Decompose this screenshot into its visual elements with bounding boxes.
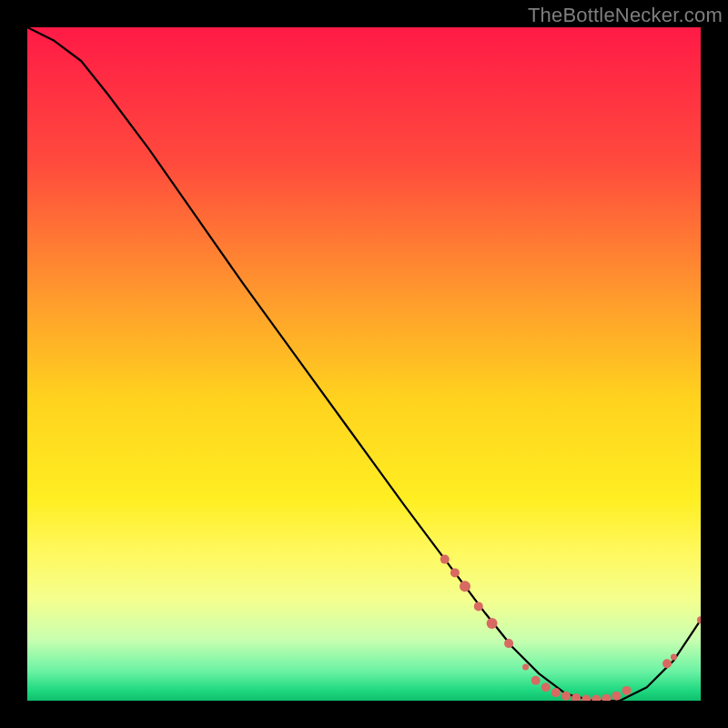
data-marker [531, 676, 541, 685]
data-marker [671, 653, 677, 660]
data-marker [450, 568, 460, 577]
data-marker [551, 688, 561, 697]
watermark-text: TheBottleNecker.com [528, 4, 723, 27]
data-marker [522, 664, 529, 671]
data-marker [541, 682, 551, 692]
data-marker [440, 555, 450, 564]
data-marker [504, 639, 513, 648]
data-marker [662, 659, 672, 668]
data-marker [612, 692, 622, 701]
chart-plot [27, 27, 701, 701]
data-marker [460, 581, 470, 592]
data-marker [622, 686, 632, 695]
data-marker [561, 692, 571, 701]
data-marker [487, 618, 498, 629]
chart-background [27, 27, 701, 701]
chart-root: TheBottleNecker.com [0, 0, 728, 728]
data-marker [474, 602, 483, 611]
